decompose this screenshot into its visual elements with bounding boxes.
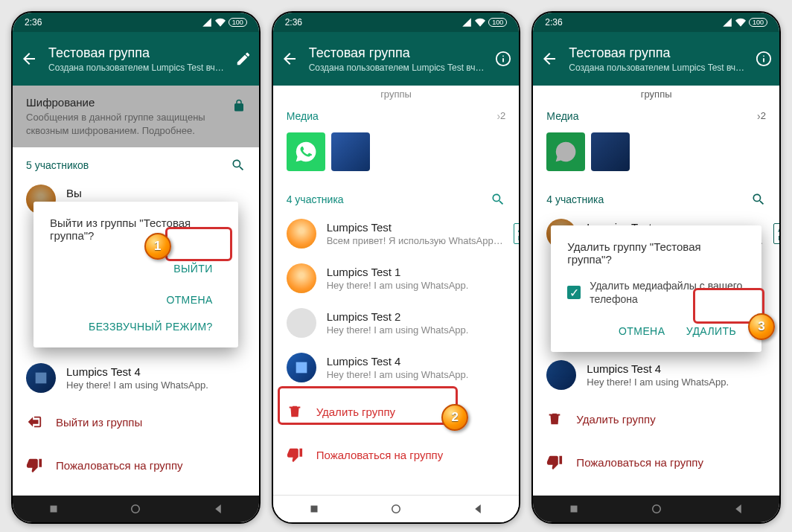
media-header[interactable]: Медиа 2 ›: [273, 106, 520, 126]
status-time: 2:36: [285, 17, 302, 28]
phone-screen-1: 2:36 100 Тестовая группа Создана пользов…: [11, 11, 261, 524]
android-nav: [273, 495, 520, 522]
app-header: Тестовая группа Создана пользователем Lu…: [13, 32, 259, 86]
media-thumb[interactable]: [287, 132, 325, 171]
status-time: 2:36: [25, 17, 42, 28]
phone-screen-3: 2:36 100 Тестовая группа Создана пользов…: [531, 11, 781, 524]
recent-apps-key[interactable]: [307, 502, 321, 516]
search-icon[interactable]: [491, 192, 505, 207]
avatar: [287, 353, 316, 382]
participant-admin[interactable]: Lumpics TestВсем привет! Я использую Wha…: [273, 211, 520, 256]
status-icons: 100: [202, 17, 247, 28]
report-group-row[interactable]: Пожаловаться на группу: [273, 433, 520, 476]
content-area: группы Медиа 2 › 4 участника Lumpics Tes…: [533, 86, 779, 496]
back-key[interactable]: [471, 502, 485, 516]
status-time: 2:36: [545, 17, 562, 28]
admin-badge: Админ группы: [514, 223, 520, 244]
highlight-box-2: [278, 386, 459, 425]
back-icon[interactable]: [540, 50, 558, 68]
modal-scrim[interactable]: Выйти из группы "Тестовая группа"? ВЫЙТИ…: [13, 86, 259, 496]
avatar: [287, 308, 316, 338]
partial-row: группы: [273, 86, 520, 106]
header-titles: Тестовая группа Создана пользователем Lu…: [48, 45, 225, 73]
back-key[interactable]: [732, 502, 745, 516]
edit-icon[interactable]: [235, 51, 252, 67]
group-subtitle: Создана пользователем Lumpics Test вч…: [48, 63, 225, 73]
participant-row[interactable]: Lumpics Test 1Hey there! I am using What…: [273, 256, 520, 301]
app-header: Тестовая группа Создана пользователем Lu…: [533, 32, 779, 86]
avatar: [287, 219, 316, 249]
content-area: Шифрование Сообщения в данной группе защ…: [13, 86, 259, 496]
group-subtitle: Создана пользователем Lumpics Test вч…: [309, 63, 485, 73]
step-badge-1: 1: [144, 233, 171, 260]
highlight-box-1: [165, 227, 232, 261]
app-header: Тестовая группа Создана пользователем Lu…: [273, 32, 520, 86]
leave-dialog: Выйти из группы "Тестовая группа"? ВЫЙТИ…: [33, 202, 238, 347]
info-icon[interactable]: [756, 51, 772, 67]
recent-apps-key[interactable]: [567, 502, 581, 516]
mute-button[interactable]: БЕЗЗВУЧНЫЙ РЕЖИМ?: [50, 313, 222, 340]
svg-rect-3: [310, 506, 317, 513]
participant-row[interactable]: Lumpics Test 2Hey there! I am using What…: [273, 301, 520, 345]
group-subtitle: Создана пользователем Lumpics Test вч…: [569, 63, 745, 73]
status-bar: 2:36 100: [273, 13, 520, 32]
header-titles: Тестовая группа Создана пользователем Lu…: [309, 45, 485, 73]
home-key[interactable]: [129, 502, 142, 516]
status-icons: 100: [722, 17, 767, 28]
checkbox-checked-icon: ✓: [567, 286, 581, 299]
svg-point-7: [652, 505, 660, 513]
home-key[interactable]: [389, 502, 403, 516]
group-title: Тестовая группа: [48, 45, 225, 61]
svg-rect-6: [571, 506, 578, 513]
chevron-right-icon: ›: [496, 110, 500, 122]
media-thumbnails[interactable]: [273, 126, 520, 182]
step-badge-3: 3: [748, 313, 775, 340]
content-area: группы Медиа 2 › 4 участника Lumpics Tes…: [273, 86, 520, 496]
back-icon[interactable]: [281, 50, 298, 68]
home-key[interactable]: [650, 502, 663, 516]
svg-rect-0: [51, 506, 57, 513]
status-bar: 2:36 100: [13, 13, 259, 32]
cancel-button[interactable]: ОТМЕНА: [50, 286, 222, 313]
android-nav: [13, 496, 259, 522]
status-icons: 100: [462, 17, 507, 28]
participants-header: 4 участника: [273, 182, 520, 211]
android-nav: [533, 496, 779, 522]
dialog-title: Удалить группу "Тестовая группа"?: [567, 240, 745, 266]
back-key[interactable]: [211, 502, 225, 516]
info-icon[interactable]: [495, 51, 511, 67]
group-title: Тестовая группа: [569, 45, 745, 61]
phone-screen-2: 2:36 100 Тестовая группа Создана пользов…: [272, 11, 521, 524]
thumbs-down-icon: [287, 446, 303, 463]
cancel-button[interactable]: ОТМЕНА: [610, 318, 674, 344]
back-icon[interactable]: [20, 50, 38, 68]
svg-point-4: [392, 505, 400, 513]
media-thumb[interactable]: [331, 132, 370, 171]
group-title: Тестовая группа: [309, 45, 485, 61]
status-bar: 2:36 100: [533, 13, 779, 32]
recent-apps-key[interactable]: [47, 502, 60, 516]
participant-row[interactable]: Lumpics Test 4Hey there! I am using What…: [273, 345, 520, 390]
svg-point-1: [132, 505, 140, 513]
header-titles: Тестовая группа Создана пользователем Lu…: [569, 45, 745, 73]
avatar: [287, 263, 316, 293]
